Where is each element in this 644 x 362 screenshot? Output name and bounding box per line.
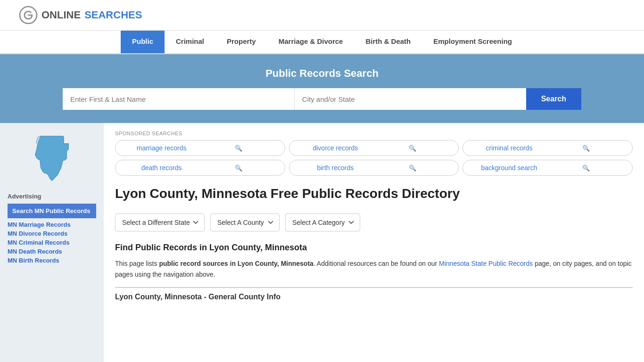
find-heading: Find Public Records in Lyon County, Minn…: [115, 243, 633, 253]
sidebar-ad-active[interactable]: Search MN Public Records: [8, 204, 96, 218]
sidebar-link-divorce[interactable]: MN Divorce Records: [8, 229, 96, 238]
sponsored-tag-criminal[interactable]: criminal records 🔍: [462, 140, 633, 156]
county-title: Lyon County, Minnesota Free Public Recor…: [115, 185, 460, 202]
sponsored-tag-divorce[interactable]: divorce records 🔍: [289, 140, 459, 156]
category-dropdown[interactable]: Select A Category: [285, 214, 360, 231]
logo[interactable]: ONLINE SEARCHES: [19, 6, 142, 25]
search-form: Search: [63, 88, 581, 110]
nav-item-marriage-divorce[interactable]: Marriage & Divorce: [267, 31, 355, 53]
sponsored-label: SPONSORED SEARCHES: [115, 131, 633, 136]
search-icon-marriage: 🔍: [200, 145, 277, 152]
county-dropdown[interactable]: Select A County: [210, 214, 280, 231]
sidebar-link-birth[interactable]: MN Birth Records: [8, 256, 96, 265]
sponsored-tag-death-label: death records: [123, 164, 200, 172]
search-icon-divorce: 🔍: [374, 145, 451, 152]
logo-text-online: ONLINE: [41, 9, 81, 21]
logo-icon: [19, 6, 38, 25]
logo-text-searches: SEARCHES: [84, 9, 142, 21]
sponsored-tag-criminal-label: criminal records: [471, 144, 547, 152]
nav-item-property[interactable]: Property: [215, 31, 267, 53]
sponsored-tag-birth[interactable]: birth records 🔍: [289, 160, 459, 176]
search-icon-criminal: 🔍: [548, 145, 625, 152]
state-records-link[interactable]: Minnesota State Public Records: [439, 260, 533, 267]
search-icon-death: 🔍: [200, 165, 277, 172]
search-banner-title: Public Records Search: [19, 67, 625, 80]
sponsored-tag-background[interactable]: background search 🔍: [462, 160, 633, 176]
sponsored-grid: marriage records 🔍 divorce records 🔍 cri…: [115, 140, 633, 176]
search-banner: Public Records Search Search: [0, 54, 644, 123]
search-button[interactable]: Search: [526, 88, 581, 110]
state-dropdown[interactable]: Select a Different State: [115, 214, 205, 231]
nav-item-criminal[interactable]: Criminal: [165, 31, 215, 53]
nav-item-employment[interactable]: Employment Screening: [422, 31, 523, 53]
sidebar-link-death[interactable]: MN Death Records: [8, 247, 96, 256]
state-map: [8, 132, 96, 184]
main-nav: Public Criminal Property Marriage & Divo…: [0, 31, 644, 54]
sidebar: Advertising Search MN Public Records MN …: [0, 123, 104, 362]
description-text: This page lists public record sources in…: [115, 258, 633, 280]
dropdowns-container: Select a Different State Select A County…: [115, 214, 633, 231]
name-input[interactable]: [63, 88, 294, 110]
sidebar-ad-label: Advertising: [8, 193, 96, 200]
sponsored-tag-marriage[interactable]: marriage records 🔍: [115, 140, 285, 156]
search-icon-background: 🔍: [548, 165, 625, 172]
sponsored-tag-divorce-label: divorce records: [297, 144, 374, 152]
mn-map-svg: [28, 132, 75, 184]
general-info-heading: Lyon County, Minnesota - General County …: [115, 287, 633, 301]
sidebar-link-criminal[interactable]: MN Criminal Records: [8, 238, 96, 247]
city-state-input[interactable]: [294, 88, 526, 110]
main-wrapper: Advertising Search MN Public Records MN …: [0, 123, 644, 362]
sponsored-tag-marriage-label: marriage records: [123, 144, 200, 152]
sponsored-tag-background-label: background search: [471, 164, 547, 172]
nav-item-birth-death[interactable]: Birth & Death: [354, 31, 422, 53]
sponsored-tag-death[interactable]: death records 🔍: [115, 160, 285, 176]
site-header: ONLINE SEARCHES: [0, 0, 644, 31]
main-content: SPONSORED SEARCHES marriage records 🔍 di…: [104, 123, 644, 362]
search-icon-birth: 🔍: [374, 165, 451, 172]
county-section: Lyon County, Minnesota Free Public Recor…: [115, 185, 633, 202]
sidebar-link-marriage[interactable]: MN Marriage Records: [8, 220, 96, 229]
nav-item-public[interactable]: Public: [121, 31, 165, 53]
sponsored-tag-birth-label: birth records: [297, 164, 374, 172]
